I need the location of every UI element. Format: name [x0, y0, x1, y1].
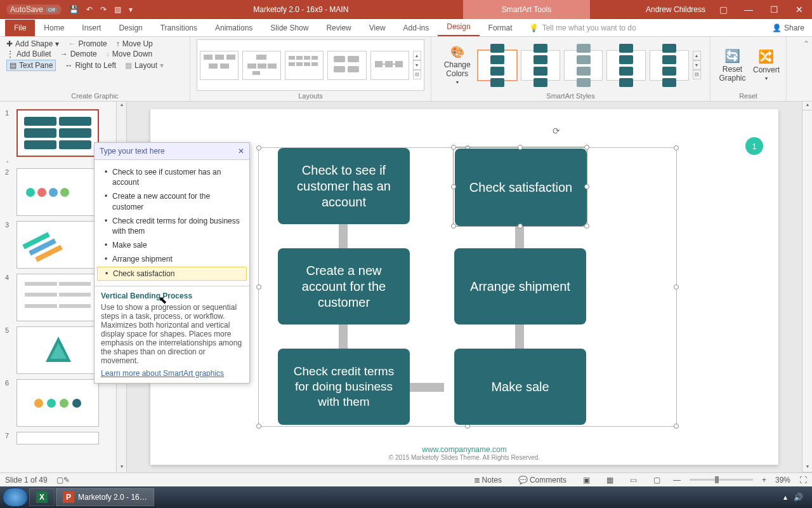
smartart-container[interactable]: Check to see if customer has an account …: [258, 147, 677, 427]
layout-option-2[interactable]: [242, 51, 281, 80]
footer-url: www.companyname.com: [150, 445, 778, 454]
close-icon[interactable]: ✕: [787, 4, 812, 15]
ribbon-options-icon[interactable]: ▢: [710, 4, 736, 15]
slide-number-badge: 1: [745, 137, 763, 155]
text-pane-list[interactable]: Check to see if customer has an account …: [95, 160, 249, 286]
tab-design[interactable]: Design: [110, 20, 151, 36]
layout-button[interactable]: ▦ Layout ▾: [125, 61, 164, 70]
smartart-box-1[interactable]: Check to see if customer has an account: [278, 148, 410, 224]
style-option-4[interactable]: [606, 50, 646, 81]
start-from-beginning-icon[interactable]: ▧: [114, 5, 121, 14]
redo-icon[interactable]: ↷: [100, 5, 107, 14]
workspace-scrollbar[interactable]: ▴▾: [802, 102, 812, 472]
zoom-slider[interactable]: [690, 479, 753, 481]
account-name[interactable]: Andrew Childress: [590, 5, 710, 14]
smartart-box-6[interactable]: Make sale: [454, 349, 586, 425]
tray-up-icon[interactable]: ▴: [783, 493, 787, 502]
qat-more-icon[interactable]: ▾: [129, 5, 133, 14]
tab-smartart-design[interactable]: Design: [438, 18, 479, 36]
collapse-ribbon-icon[interactable]: ⌃: [803, 39, 809, 48]
styles-up-icon[interactable]: ▴: [693, 51, 701, 60]
sorter-view-icon[interactable]: ▦: [603, 476, 617, 485]
style-option-1[interactable]: [478, 50, 517, 81]
zoom-in-icon[interactable]: +: [762, 476, 766, 485]
slide-thumbnail-6[interactable]: 6: [0, 377, 116, 429]
style-option-2[interactable]: [521, 50, 560, 81]
layout-option-5[interactable]: [370, 51, 409, 80]
tab-review[interactable]: Review: [317, 20, 360, 36]
move-down-button[interactable]: ↓ Move Down: [106, 50, 152, 58]
undo-icon[interactable]: ↶: [86, 5, 93, 14]
windows-taskbar: X PMarketofy 2.0 - 16… ▴ 🔊: [0, 486, 812, 508]
notes-button[interactable]: ≣ Notes: [470, 476, 506, 485]
reset-icon: 🔄: [724, 48, 740, 64]
tab-insert[interactable]: Insert: [73, 20, 110, 36]
reading-view-icon[interactable]: ▭: [626, 476, 641, 485]
zoom-out-icon[interactable]: —: [673, 476, 681, 485]
text-pane-item[interactable]: Create a new account for the customer: [97, 189, 247, 213]
tab-transitions[interactable]: Transitions: [152, 20, 206, 36]
tab-file[interactable]: File: [5, 20, 35, 36]
save-icon[interactable]: 💾: [69, 5, 79, 14]
system-tray[interactable]: ▴ 🔊: [783, 493, 809, 502]
styles-more-icon[interactable]: ⊟: [693, 70, 701, 79]
share-button[interactable]: 👤Share: [764, 20, 812, 36]
layout-option-3[interactable]: [285, 51, 324, 80]
learn-more-link[interactable]: Learn more about SmartArt graphics: [101, 369, 243, 378]
style-option-5[interactable]: [650, 50, 689, 81]
text-pane-button[interactable]: ▤ Text Pane: [6, 60, 56, 71]
right-to-left-button[interactable]: ↔ Right to Left: [65, 61, 116, 70]
layout-option-4[interactable]: [327, 51, 366, 80]
status-slide-count: Slide 1 of 49: [5, 476, 48, 485]
text-pane-item-selected[interactable]: Check satisfaction: [97, 267, 247, 281]
smartart-box-5[interactable]: Check credit terms for doing business wi…: [278, 349, 410, 425]
layouts-up-icon[interactable]: ▴: [413, 51, 421, 60]
spell-check-icon[interactable]: ▢✎: [56, 476, 70, 485]
fit-window-icon[interactable]: ⛶: [799, 476, 807, 485]
tab-home[interactable]: Home: [35, 20, 73, 36]
start-button[interactable]: [3, 488, 28, 507]
smartart-box-2-selected[interactable]: Check satisfaction: [453, 147, 587, 227]
svg-rect-9: [252, 71, 260, 75]
tab-smartart-format[interactable]: Format: [480, 20, 521, 36]
tab-addins[interactable]: Add-ins: [395, 20, 438, 36]
promote-button[interactable]: ← Promote: [68, 39, 107, 48]
styles-down-icon[interactable]: ▾: [693, 60, 701, 70]
volume-icon[interactable]: 🔊: [794, 493, 803, 502]
slide-thumbnail-7[interactable]: 7: [0, 429, 116, 447]
text-pane-close-icon[interactable]: ✕: [238, 147, 244, 156]
add-shape-button[interactable]: ✚ Add Shape ▾: [6, 39, 59, 48]
text-pane-item[interactable]: Check to see if customer has an account: [97, 165, 247, 189]
normal-view-icon[interactable]: ▣: [579, 476, 594, 485]
move-up-button[interactable]: ↑ Move Up: [116, 39, 153, 48]
tab-view[interactable]: View: [360, 20, 395, 36]
smartart-box-4[interactable]: Arrange shipment: [454, 248, 586, 324]
change-colors-button[interactable]: 🎨 Change Colors▾: [440, 45, 474, 85]
rotation-handle-icon[interactable]: ⟳: [553, 126, 560, 136]
layouts-more-icon[interactable]: ⊟: [413, 70, 421, 79]
tab-animations[interactable]: Animations: [206, 20, 261, 36]
layouts-down-icon[interactable]: ▾: [413, 60, 421, 70]
text-pane-item[interactable]: Make sale: [97, 238, 247, 252]
autosave-toggle[interactable]: AutoSave Off: [6, 4, 62, 15]
convert-button[interactable]: 🔀Convert▾: [753, 49, 780, 81]
slideshow-view-icon[interactable]: ▢: [650, 476, 664, 485]
layout-option-1[interactable]: [200, 51, 239, 80]
add-bullet-button[interactable]: ⋮ Add Bullet: [6, 50, 51, 58]
comments-button[interactable]: 💬 Comments: [514, 476, 570, 485]
text-pane-item[interactable]: Check credit terms for doing business wi…: [97, 214, 247, 238]
style-option-3[interactable]: [564, 50, 603, 81]
minimize-icon[interactable]: —: [736, 4, 761, 15]
maximize-icon[interactable]: ☐: [761, 4, 787, 15]
text-pane-item[interactable]: Arrange shipment: [97, 252, 247, 266]
taskbar-powerpoint[interactable]: PMarketofy 2.0 - 16…: [56, 488, 154, 506]
smartart-box-3[interactable]: Create a new account for the customer: [278, 248, 410, 324]
demote-button[interactable]: → Demote: [60, 50, 97, 58]
tell-me-search[interactable]: 💡Tell me what you want to do: [521, 20, 764, 36]
tab-slide-show[interactable]: Slide Show: [261, 20, 317, 36]
reset-graphic-button[interactable]: 🔄Reset Graphic: [717, 48, 748, 83]
zoom-level[interactable]: 39%: [775, 476, 790, 485]
taskbar-excel[interactable]: X: [29, 488, 55, 506]
status-bar: Slide 1 of 49 ▢✎ ≣ Notes 💬 Comments ▣ ▦ …: [0, 472, 812, 486]
mouse-cursor-icon: ⬉: [159, 294, 167, 306]
